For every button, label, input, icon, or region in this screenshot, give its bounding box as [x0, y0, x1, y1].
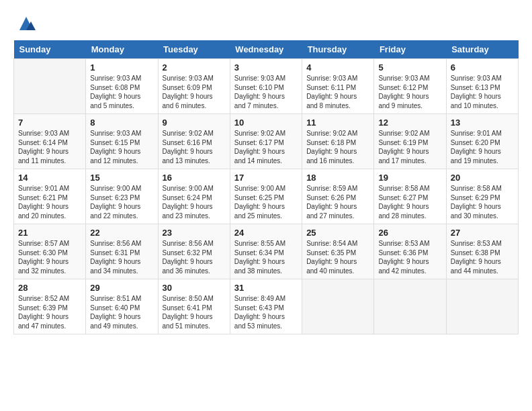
- calendar-cell: 28 Sunrise: 8:52 AMSunset: 6:39 PMDaylig…: [14, 279, 86, 334]
- calendar-cell: 12 Sunrise: 9:02 AMSunset: 6:19 PMDaylig…: [374, 114, 446, 169]
- calendar-cell: 26 Sunrise: 8:53 AMSunset: 6:36 PMDaylig…: [374, 224, 446, 279]
- day-number: 25: [306, 228, 369, 238]
- calendar-cell: [446, 279, 518, 334]
- calendar-cell: 21 Sunrise: 8:57 AMSunset: 6:30 PMDaylig…: [14, 224, 86, 279]
- calendar-header: Sunday Monday Tuesday Wednesday Thursday…: [14, 40, 519, 59]
- day-number: 26: [378, 228, 441, 238]
- calendar-cell: 22 Sunrise: 8:56 AMSunset: 6:31 PMDaylig…: [86, 224, 158, 279]
- calendar-cell: 9 Sunrise: 9:02 AMSunset: 6:16 PMDayligh…: [158, 114, 230, 169]
- day-number: 23: [163, 228, 226, 238]
- day-info: Sunrise: 9:01 AMSunset: 6:20 PMDaylight:…: [451, 129, 514, 165]
- weekday-friday: Friday: [374, 40, 446, 59]
- day-number: 29: [90, 283, 153, 293]
- calendar-cell: 1 Sunrise: 9:03 AMSunset: 6:08 PMDayligh…: [86, 59, 158, 114]
- day-number: 8: [90, 118, 153, 128]
- day-number: 5: [378, 62, 441, 73]
- calendar-cell: 13 Sunrise: 9:01 AMSunset: 6:20 PMDaylig…: [446, 114, 518, 169]
- day-info: Sunrise: 8:56 AMSunset: 6:31 PMDaylight:…: [90, 239, 153, 275]
- day-info: Sunrise: 9:03 AMSunset: 6:12 PMDaylight:…: [378, 74, 441, 110]
- day-number: 21: [18, 228, 81, 238]
- day-info: Sunrise: 9:03 AMSunset: 6:14 PMDaylight:…: [18, 129, 81, 165]
- day-number: 13: [451, 118, 514, 128]
- weekday-thursday: Thursday: [302, 40, 374, 59]
- day-number: 19: [378, 173, 441, 183]
- day-info: Sunrise: 9:02 AMSunset: 6:18 PMDaylight:…: [306, 129, 369, 165]
- day-number: 31: [234, 283, 298, 293]
- calendar-cell: 5 Sunrise: 9:03 AMSunset: 6:12 PMDayligh…: [374, 59, 446, 114]
- day-info: Sunrise: 9:03 AMSunset: 6:10 PMDaylight:…: [234, 74, 298, 110]
- day-info: Sunrise: 8:56 AMSunset: 6:32 PMDaylight:…: [163, 239, 226, 275]
- weekday-monday: Monday: [86, 40, 158, 59]
- day-number: 3: [234, 62, 298, 73]
- calendar-table: Sunday Monday Tuesday Wednesday Thursday…: [13, 40, 519, 334]
- day-info: Sunrise: 9:03 AMSunset: 6:13 PMDaylight:…: [451, 74, 514, 110]
- day-info: Sunrise: 8:51 AMSunset: 6:40 PMDaylight:…: [90, 294, 153, 330]
- day-number: 14: [18, 173, 81, 183]
- calendar-cell: 7 Sunrise: 9:03 AMSunset: 6:14 PMDayligh…: [14, 114, 86, 169]
- calendar-cell: 19 Sunrise: 8:58 AMSunset: 6:27 PMDaylig…: [374, 169, 446, 224]
- page-header: [13, 13, 519, 34]
- calendar-cell: 29 Sunrise: 8:51 AMSunset: 6:40 PMDaylig…: [86, 279, 158, 334]
- day-info: Sunrise: 8:57 AMSunset: 6:30 PMDaylight:…: [18, 239, 81, 275]
- calendar-week-4: 21 Sunrise: 8:57 AMSunset: 6:30 PMDaylig…: [14, 224, 519, 279]
- calendar-cell: 18 Sunrise: 8:59 AMSunset: 6:26 PMDaylig…: [302, 169, 374, 224]
- calendar-cell: 15 Sunrise: 9:00 AMSunset: 6:23 PMDaylig…: [86, 169, 158, 224]
- calendar-cell: 31 Sunrise: 8:49 AMSunset: 6:43 PMDaylig…: [230, 279, 302, 334]
- day-number: 4: [306, 62, 369, 73]
- calendar-cell: 14 Sunrise: 9:01 AMSunset: 6:21 PMDaylig…: [14, 169, 86, 224]
- day-info: Sunrise: 8:58 AMSunset: 6:27 PMDaylight:…: [378, 184, 441, 220]
- day-info: Sunrise: 9:03 AMSunset: 6:08 PMDaylight:…: [90, 74, 153, 110]
- day-info: Sunrise: 8:49 AMSunset: 6:43 PMDaylight:…: [234, 294, 298, 330]
- day-info: Sunrise: 9:02 AMSunset: 6:16 PMDaylight:…: [163, 129, 226, 165]
- day-info: Sunrise: 8:50 AMSunset: 6:41 PMDaylight:…: [163, 294, 226, 330]
- day-info: Sunrise: 9:02 AMSunset: 6:17 PMDaylight:…: [234, 129, 298, 165]
- calendar-week-1: 1 Sunrise: 9:03 AMSunset: 6:08 PMDayligh…: [14, 59, 519, 114]
- day-number: 15: [90, 173, 153, 183]
- calendar-cell: 6 Sunrise: 9:03 AMSunset: 6:13 PMDayligh…: [446, 59, 518, 114]
- calendar-cell: 17 Sunrise: 9:00 AMSunset: 6:25 PMDaylig…: [230, 169, 302, 224]
- day-number: 11: [306, 118, 369, 128]
- calendar-cell: 8 Sunrise: 9:03 AMSunset: 6:15 PMDayligh…: [86, 114, 158, 169]
- calendar-cell: 4 Sunrise: 9:03 AMSunset: 6:11 PMDayligh…: [302, 59, 374, 114]
- calendar-week-3: 14 Sunrise: 9:01 AMSunset: 6:21 PMDaylig…: [14, 169, 519, 224]
- calendar-cell: [302, 279, 374, 334]
- day-info: Sunrise: 9:00 AMSunset: 6:24 PMDaylight:…: [163, 184, 226, 220]
- calendar-cell: 24 Sunrise: 8:55 AMSunset: 6:34 PMDaylig…: [230, 224, 302, 279]
- calendar-week-5: 28 Sunrise: 8:52 AMSunset: 6:39 PMDaylig…: [14, 279, 519, 334]
- calendar-cell: 23 Sunrise: 8:56 AMSunset: 6:32 PMDaylig…: [158, 224, 230, 279]
- day-info: Sunrise: 8:58 AMSunset: 6:29 PMDaylight:…: [451, 184, 514, 220]
- calendar-cell: [374, 279, 446, 334]
- day-number: 17: [234, 173, 298, 183]
- day-info: Sunrise: 9:03 AMSunset: 6:11 PMDaylight:…: [306, 74, 369, 110]
- day-number: 10: [234, 118, 298, 128]
- day-info: Sunrise: 9:00 AMSunset: 6:25 PMDaylight:…: [234, 184, 298, 220]
- day-info: Sunrise: 8:53 AMSunset: 6:36 PMDaylight:…: [378, 239, 441, 275]
- logo: [13, 13, 36, 34]
- day-info: Sunrise: 8:52 AMSunset: 6:39 PMDaylight:…: [18, 294, 81, 330]
- logo-icon: [16, 13, 36, 34]
- day-info: Sunrise: 8:53 AMSunset: 6:38 PMDaylight:…: [451, 239, 514, 275]
- day-number: 22: [90, 228, 153, 238]
- calendar-cell: 25 Sunrise: 8:54 AMSunset: 6:35 PMDaylig…: [302, 224, 374, 279]
- day-info: Sunrise: 9:03 AMSunset: 6:09 PMDaylight:…: [163, 74, 226, 110]
- day-number: 12: [378, 118, 441, 128]
- day-info: Sunrise: 9:00 AMSunset: 6:23 PMDaylight:…: [90, 184, 153, 220]
- day-number: 16: [163, 173, 226, 183]
- calendar-cell: 2 Sunrise: 9:03 AMSunset: 6:09 PMDayligh…: [158, 59, 230, 114]
- calendar-cell: 20 Sunrise: 8:58 AMSunset: 6:29 PMDaylig…: [446, 169, 518, 224]
- weekday-sunday: Sunday: [14, 40, 86, 59]
- day-number: 1: [90, 62, 153, 73]
- weekday-row: Sunday Monday Tuesday Wednesday Thursday…: [14, 40, 519, 59]
- weekday-wednesday: Wednesday: [230, 40, 302, 59]
- calendar-week-2: 7 Sunrise: 9:03 AMSunset: 6:14 PMDayligh…: [14, 114, 519, 169]
- calendar-body: 1 Sunrise: 9:03 AMSunset: 6:08 PMDayligh…: [14, 59, 519, 334]
- day-number: 6: [451, 62, 514, 73]
- day-info: Sunrise: 9:03 AMSunset: 6:15 PMDaylight:…: [90, 129, 153, 165]
- day-number: 28: [18, 283, 81, 293]
- day-info: Sunrise: 8:55 AMSunset: 6:34 PMDaylight:…: [234, 239, 298, 275]
- calendar-cell: 27 Sunrise: 8:53 AMSunset: 6:38 PMDaylig…: [446, 224, 518, 279]
- day-number: 27: [451, 228, 514, 238]
- day-number: 18: [306, 173, 369, 183]
- day-info: Sunrise: 9:02 AMSunset: 6:19 PMDaylight:…: [378, 129, 441, 165]
- calendar-cell: 3 Sunrise: 9:03 AMSunset: 6:10 PMDayligh…: [230, 59, 302, 114]
